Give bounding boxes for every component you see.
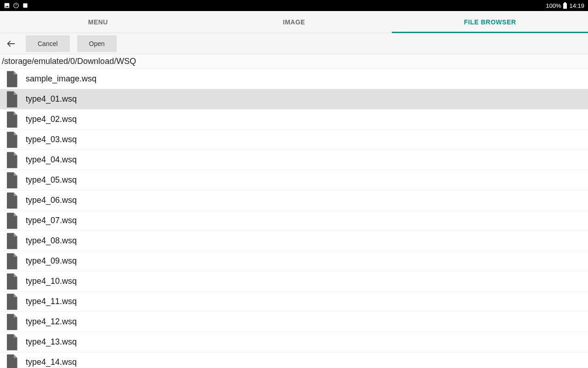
file-icon: [5, 91, 18, 108]
file-icon: [5, 71, 18, 87]
file-name: type4_05.wsq: [26, 175, 77, 185]
file-icon: [5, 314, 18, 330]
back-button[interactable]: [4, 36, 18, 51]
battery-percent: 100%: [546, 2, 561, 9]
arrow-left-icon: [6, 39, 16, 49]
tab-menu[interactable]: MENU: [0, 11, 196, 33]
file-icon: [5, 354, 18, 368]
file-name: sample_image.wsq: [26, 74, 96, 84]
file-icon: [5, 334, 18, 351]
file-row[interactable]: type4_02.wsq: [0, 109, 588, 130]
open-button[interactable]: Open: [77, 35, 117, 52]
file-name: type4_14.wsq: [26, 357, 77, 367]
file-icon: [5, 273, 18, 290]
file-row[interactable]: type4_03.wsq: [0, 130, 588, 150]
power-icon: [13, 2, 19, 9]
file-icon: [5, 111, 18, 128]
file-row[interactable]: type4_14.wsq: [0, 352, 588, 368]
file-row[interactable]: type4_01.wsq: [0, 89, 588, 109]
status-bar-left: [4, 2, 28, 9]
tab-file-browser[interactable]: FILE BROWSER: [392, 11, 588, 33]
file-row[interactable]: type4_09.wsq: [0, 251, 588, 271]
file-row[interactable]: type4_07.wsq: [0, 211, 588, 231]
status-bar-right: 100% 14:19: [546, 2, 584, 9]
file-icon: [5, 233, 18, 249]
tab-image[interactable]: IMAGE: [196, 11, 392, 33]
file-icon: [5, 152, 18, 168]
file-row[interactable]: type4_12.wsq: [0, 312, 588, 332]
file-row[interactable]: type4_04.wsq: [0, 150, 588, 170]
image-icon: [4, 2, 10, 9]
file-name: type4_09.wsq: [26, 256, 77, 266]
current-path: /storage/emulated/0/Download/WSQ: [2, 57, 136, 66]
tab-label: FILE BROWSER: [464, 18, 516, 26]
file-name: type4_06.wsq: [26, 196, 77, 205]
file-name: type4_07.wsq: [26, 216, 77, 225]
file-name: type4_11.wsq: [26, 297, 77, 306]
file-name: type4_12.wsq: [26, 317, 77, 327]
notification-icon: [22, 2, 28, 9]
file-row[interactable]: type4_13.wsq: [0, 332, 588, 352]
file-icon: [5, 192, 18, 209]
toolbar: Cancel Open: [0, 33, 588, 54]
file-list[interactable]: sample_image.wsqtype4_01.wsqtype4_02.wsq…: [0, 69, 588, 368]
file-icon: [5, 293, 18, 310]
file-row[interactable]: type4_06.wsq: [0, 190, 588, 211]
file-name: type4_08.wsq: [26, 236, 77, 246]
file-name: type4_01.wsq: [26, 94, 77, 104]
tab-bar: MENUIMAGEFILE BROWSER: [0, 11, 588, 33]
status-bar: 100% 14:19: [0, 0, 588, 11]
cancel-button[interactable]: Cancel: [26, 35, 70, 52]
file-name: type4_13.wsq: [26, 337, 77, 347]
file-row[interactable]: type4_11.wsq: [0, 292, 588, 312]
svg-rect-4: [564, 2, 566, 3]
file-name: type4_10.wsq: [26, 276, 77, 286]
file-icon: [5, 213, 18, 229]
file-icon: [5, 172, 18, 189]
file-name: type4_04.wsq: [26, 155, 77, 165]
file-row[interactable]: sample_image.wsq: [0, 69, 588, 89]
file-name: type4_03.wsq: [26, 135, 77, 144]
file-icon: [5, 253, 18, 270]
file-name: type4_02.wsq: [26, 115, 77, 124]
clock: 14:19: [569, 2, 584, 9]
file-row[interactable]: type4_10.wsq: [0, 271, 588, 292]
path-bar: /storage/emulated/0/Download/WSQ: [0, 54, 588, 69]
battery-icon: [563, 2, 567, 9]
file-row[interactable]: type4_08.wsq: [0, 231, 588, 251]
file-icon: [5, 132, 18, 148]
file-row[interactable]: type4_05.wsq: [0, 170, 588, 190]
svg-rect-2: [23, 3, 27, 7]
tab-label: MENU: [88, 18, 108, 26]
tab-label: IMAGE: [283, 18, 305, 26]
svg-rect-3: [563, 3, 567, 9]
